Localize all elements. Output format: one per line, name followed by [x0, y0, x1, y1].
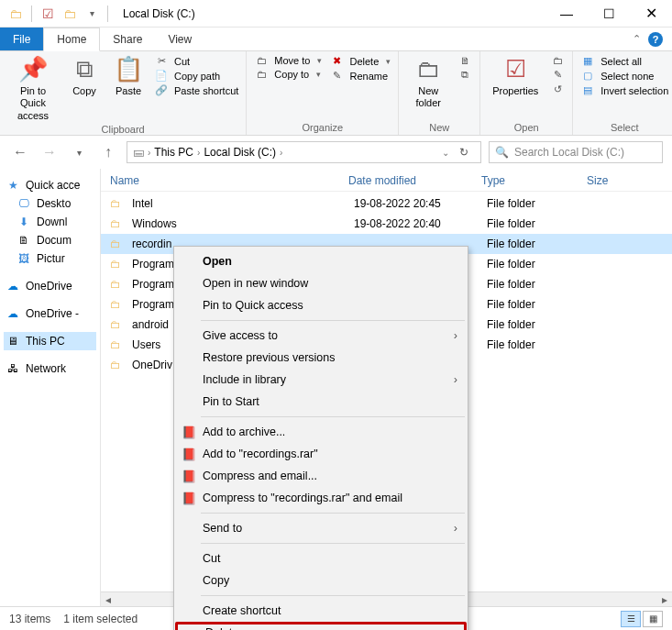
nav-onedrive-personal[interactable]: ☁OneDrive -	[4, 304, 96, 323]
ribbon-collapse[interactable]: ⌃ ?	[633, 28, 672, 50]
pc-icon: 🖥	[6, 335, 20, 348]
winrar-icon: 📕	[181, 470, 197, 483]
easy-access-button[interactable]: ⧉	[457, 69, 472, 81]
open-button[interactable]: 🗀	[550, 55, 565, 66]
table-row[interactable]: 🗀Windows19-08-2022 20:40File folder	[101, 214, 672, 234]
col-type[interactable]: Type	[481, 174, 587, 187]
paste-shortcut-button[interactable]: 🔗Paste shortcut	[154, 84, 238, 96]
title-bar: 🗀 ☑ 🗀 ▾ Local Disk (C:) ― ☐ ✕	[0, 0, 672, 28]
separator	[201, 595, 465, 596]
breadcrumb-current[interactable]: Local Disk (C:)	[204, 146, 276, 159]
new-item-button[interactable]: 🗎	[457, 55, 472, 66]
separator	[201, 320, 465, 321]
cm-send-to[interactable]: Send to›	[175, 517, 467, 539]
cm-include-in-library[interactable]: Include in library›	[175, 369, 467, 391]
nav-pictures[interactable]: 🖼Pictur	[4, 249, 96, 268]
tab-home[interactable]: Home	[43, 28, 100, 51]
address-bar[interactable]: 🖴 › This PC › Local Disk (C:) › ⌄ ↻	[127, 141, 481, 163]
group-label: Clipboard	[7, 122, 238, 135]
cm-pin-to-start[interactable]: Pin to Start	[175, 391, 467, 413]
col-size[interactable]: Size	[587, 174, 651, 187]
properties-qat-icon[interactable]: ☑	[38, 4, 58, 24]
move-to-button[interactable]: 🗀Move to▾	[254, 55, 322, 66]
cm-create-shortcut[interactable]: Create shortcut	[175, 600, 467, 622]
help-icon[interactable]: ?	[648, 32, 663, 47]
folder-icon: 🗀	[110, 318, 127, 331]
chevron-down-icon[interactable]: ⌄	[442, 148, 449, 158]
select-all-icon: ▦	[580, 55, 595, 67]
cm-copy[interactable]: Copy	[175, 569, 467, 591]
rename-button[interactable]: ✎Rename	[329, 70, 391, 82]
nav-documents[interactable]: 🗎Docum	[4, 231, 96, 249]
cm-pin-quick-access[interactable]: Pin to Quick access	[175, 294, 467, 316]
col-name[interactable]: Name	[110, 174, 348, 187]
cm-delete[interactable]: Delete	[175, 622, 467, 630]
cm-add-to-recordings-rar[interactable]: 📕Add to "recordings.rar"	[175, 443, 467, 465]
separator	[201, 513, 465, 514]
folder-icon: 🗀	[110, 258, 127, 271]
history-button[interactable]: ↺	[550, 83, 565, 95]
close-button[interactable]: ✕	[630, 0, 672, 28]
scroll-left-icon[interactable]: ◂	[101, 593, 116, 606]
cell-type: File folder	[487, 238, 592, 250]
folder-icon: 🗀	[110, 238, 127, 250]
refresh-button[interactable]: ↻	[453, 146, 475, 159]
search-input[interactable]: 🔍 Search Local Disk (C:)	[489, 141, 663, 163]
chevron-down-icon: ▾	[317, 56, 322, 65]
qat-dropdown-icon[interactable]: ▾	[82, 4, 102, 24]
select-all-button[interactable]: ▦Select all	[580, 55, 668, 67]
chevron-right-icon: ›	[197, 148, 200, 158]
cm-give-access-to[interactable]: Give access to›	[175, 325, 467, 347]
cm-restore-previous-versions[interactable]: Restore previous versions	[175, 347, 467, 369]
maximize-button[interactable]: ☐	[588, 0, 630, 28]
pin-to-quick-access-button[interactable]: 📌 Pin to Quick access	[7, 55, 59, 122]
nav-downloads[interactable]: ⬇Downl	[4, 213, 96, 231]
cm-add-to-archive[interactable]: 📕Add to archive...	[175, 421, 467, 443]
recent-locations-button[interactable]: ▾	[68, 141, 90, 163]
minimize-button[interactable]: ―	[545, 0, 588, 28]
back-button[interactable]: ←	[9, 141, 31, 163]
history-icon: ↺	[550, 83, 565, 95]
select-stack: ▦Select all ▢Select none ▤Invert selecti…	[580, 55, 668, 120]
download-icon: ⬇	[17, 216, 31, 228]
breadcrumb-this-pc[interactable]: This PC	[154, 146, 193, 159]
cm-cut[interactable]: Cut	[175, 547, 467, 569]
table-row[interactable]: 🗀Intel19-08-2022 20:45File folder	[101, 193, 672, 214]
tab-share[interactable]: Share	[100, 28, 155, 50]
copy-to-button[interactable]: 🗀Copy to▾	[254, 69, 322, 80]
edit-button[interactable]: ✎	[550, 69, 565, 81]
forward-button[interactable]: →	[39, 141, 61, 163]
up-button[interactable]: ↑	[97, 141, 119, 163]
properties-button[interactable]: ☑ Properties	[488, 55, 543, 120]
large-icons-view-button[interactable]: ▦	[643, 611, 663, 627]
chevron-right-icon: ›	[454, 329, 457, 342]
nav-this-pc[interactable]: 🖥This PC	[4, 332, 96, 350]
view-switcher: ☰ ▦	[621, 611, 663, 627]
copy-button[interactable]: ⧉ Copy	[66, 55, 103, 122]
cut-button[interactable]: ✂Cut	[154, 55, 238, 67]
cm-open-new-window[interactable]: Open in new window	[175, 272, 467, 294]
tab-file[interactable]: File	[0, 28, 43, 50]
nav-network[interactable]: 🖧Network	[4, 359, 96, 378]
chevron-down-icon: ▾	[386, 57, 391, 66]
col-date[interactable]: Date modified	[348, 174, 481, 187]
copy-path-button[interactable]: 📄Copy path	[154, 70, 238, 82]
scroll-right-icon[interactable]: ▸	[657, 593, 672, 606]
details-view-button[interactable]: ☰	[621, 611, 641, 627]
cm-compress-and-email[interactable]: 📕Compress and email...	[175, 465, 467, 487]
delete-button[interactable]: ✖Delete▾	[329, 55, 391, 67]
nav-desktop[interactable]: 🖵Deskto	[4, 194, 96, 213]
invert-selection-button[interactable]: ▤Invert selection	[580, 84, 668, 96]
cm-open[interactable]: Open	[175, 250, 467, 272]
nav-quick-access[interactable]: ★Quick acce	[4, 176, 96, 194]
cm-compress-rar-and-email[interactable]: 📕Compress to "recordings.rar" and email	[175, 487, 467, 509]
select-none-button[interactable]: ▢Select none	[580, 70, 668, 82]
paste-button[interactable]: 📋 Paste	[110, 55, 147, 122]
chevron-up-icon: ⌃	[633, 33, 641, 45]
nav-onedrive[interactable]: ☁OneDrive	[4, 277, 96, 295]
new-folder-qat-icon[interactable]: 🗀	[60, 4, 80, 24]
new-folder-button[interactable]: 🗀 New folder	[406, 55, 450, 120]
properties-icon: ☑	[505, 55, 526, 83]
tab-view[interactable]: View	[155, 28, 204, 50]
cell-type: File folder	[487, 338, 592, 351]
